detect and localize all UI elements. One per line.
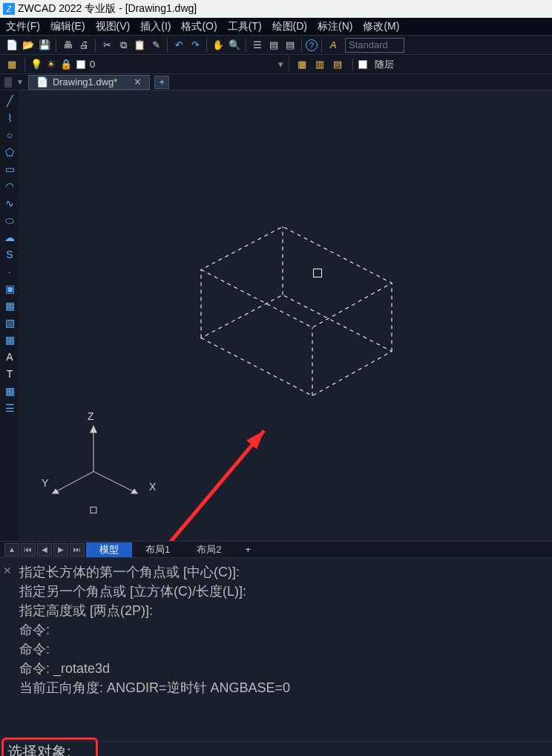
window-titlebar: Z ZWCAD 2022 专业版 - [Drawing1.dwg] — [0, 0, 552, 18]
menu-tools[interactable]: 工具(T) — [228, 20, 262, 33]
document-tab[interactable]: 📄 Drawing1.dwg* ✕ — [28, 75, 150, 90]
cloud-tool-icon[interactable]: ☁ — [2, 230, 17, 245]
layerstate2-icon[interactable]: ▥ — [312, 57, 327, 72]
drawing-canvas[interactable]: X Y Z — [19, 91, 552, 541]
open-icon[interactable]: 📂 — [21, 38, 36, 53]
rect-tool-icon[interactable]: ▭ — [2, 162, 17, 177]
region-tool-icon[interactable]: ▧ — [2, 315, 17, 330]
sun-icon: ☀ — [47, 59, 56, 70]
text-tool-icon[interactable]: A — [2, 349, 17, 364]
menu-dimension[interactable]: 标注(N) — [318, 20, 352, 33]
toolbar-draw: ╱ ⌇ ○ ⬠ ▭ ◠ ∿ ⬭ ☁ S · ▣ ▦ ▧ ▦ A T ▦ ☰ — [0, 91, 19, 541]
grid-tool-icon[interactable]: ▦ — [2, 384, 17, 398]
ellipse-tool-icon[interactable]: ⬭ — [2, 213, 17, 228]
point-tool-icon[interactable]: · — [2, 264, 17, 279]
curve-tool-icon[interactable]: S — [2, 247, 17, 262]
command-prompt: 选择对象: — [7, 742, 71, 756]
copy-icon[interactable]: ⧉ — [116, 38, 131, 53]
block-tool-icon[interactable]: ▣ — [2, 281, 17, 296]
command-history-panel: ✕ 指定长方体的第一个角点或 [中心(C)]: 指定另一个角点或 [立方体(C)… — [0, 557, 552, 741]
more-tool-icon[interactable]: ☰ — [2, 401, 17, 415]
menu-view[interactable]: 视图(V) — [96, 20, 131, 33]
sheet-tab-layout2[interactable]: 布局2 — [183, 542, 234, 557]
sheet-tab-add[interactable]: + — [234, 542, 261, 557]
layers2-icon[interactable]: ▤ — [283, 38, 298, 53]
hatch-tool-icon[interactable]: ▦ — [2, 298, 17, 313]
workarea: ╱ ⌇ ○ ⬠ ▭ ◠ ∿ ⬭ ☁ S · ▣ ▦ ▧ ▦ A T ▦ ☰ — [0, 91, 552, 541]
match-icon[interactable]: ✎ — [148, 38, 163, 53]
app-logo-icon: Z — [3, 3, 15, 15]
circle-tool-icon[interactable]: ○ — [2, 128, 17, 142]
bulb-icon: 💡 — [30, 59, 42, 70]
props-icon[interactable]: ☰ — [250, 38, 265, 53]
redo-icon[interactable]: ↷ — [188, 38, 203, 53]
new-document-button[interactable]: + — [154, 76, 169, 89]
tabs-prev-icon[interactable]: ◀ — [37, 543, 52, 556]
save-icon[interactable]: 💾 — [37, 38, 52, 53]
svg-rect-12 — [91, 507, 96, 513]
separator — [301, 39, 302, 52]
svg-marker-0 — [201, 295, 392, 396]
tabs-collapse-icon[interactable]: ▲ — [4, 543, 19, 556]
menu-modify[interactable]: 修改(M) — [363, 20, 399, 33]
paste-icon[interactable]: 📋 — [132, 38, 147, 53]
dimstyle-dropdown[interactable]: Standard — [345, 38, 404, 53]
separator — [289, 58, 289, 71]
print-icon[interactable]: 🖶 — [60, 38, 75, 53]
toolbar-layers: ▦ 💡 ☀ 🔒 0 ▾ ▦ ▥ ▤ 随层 — [0, 55, 552, 74]
menu-file[interactable]: 文件(F) — [6, 20, 40, 33]
help-icon[interactable]: ? — [306, 39, 318, 51]
arc-tool-icon[interactable]: ◠ — [2, 179, 17, 194]
menu-draw[interactable]: 绘图(D) — [272, 20, 307, 33]
dimstyle-icon[interactable]: A — [326, 38, 341, 53]
cmd-history-line: 命令: — [19, 620, 546, 640]
sheet-tab-model[interactable]: 模型 — [86, 542, 132, 557]
polygon-tool-icon[interactable]: ⬠ — [2, 145, 17, 160]
svg-marker-11 — [90, 426, 97, 433]
pickbox-cursor — [313, 269, 322, 277]
layout-tabbar: ▲ ⏮ ◀ ▶ ⏭ 模型 布局1 布局2 + — [0, 541, 552, 557]
bylayer-dropdown[interactable]: 随层 — [375, 58, 394, 71]
tabs-last-icon[interactable]: ⏭ — [70, 543, 85, 556]
layer-manager-icon[interactable]: ▦ — [4, 57, 19, 72]
cut-icon[interactable]: ✂ — [99, 38, 114, 53]
menu-format[interactable]: 格式(O) — [181, 20, 217, 33]
svg-line-6 — [93, 472, 138, 494]
tabs-first-icon[interactable]: ⏮ — [21, 543, 36, 556]
pline-tool-icon[interactable]: ⌇ — [2, 111, 17, 125]
tab-dropdown-icon[interactable]: ▼ — [16, 78, 24, 86]
svg-marker-9 — [52, 489, 59, 494]
new-icon[interactable]: 📄 — [4, 38, 19, 53]
viewport-svg: X Y Z — [19, 91, 552, 541]
command-input[interactable]: 选择对象: — [0, 741, 552, 756]
svg-line-13 — [117, 431, 264, 542]
close-cmdpanel-icon[interactable]: ✕ — [3, 561, 12, 580]
layerstate1-icon[interactable]: ▦ — [295, 57, 309, 72]
layerstate3-icon[interactable]: ▤ — [330, 57, 345, 72]
pan-icon[interactable]: ✋ — [211, 38, 226, 53]
menu-edit[interactable]: 编辑(E) — [50, 20, 85, 33]
plot-icon[interactable]: 🖨 — [76, 38, 91, 53]
layer-dropdown[interactable]: 💡 ☀ 🔒 0 — [30, 59, 275, 70]
separator — [56, 39, 56, 52]
mtext-tool-icon[interactable]: T — [2, 367, 17, 381]
separator — [321, 39, 322, 52]
menu-insert[interactable]: 插入(I) — [140, 20, 171, 33]
menubar: 文件(F) 编辑(E) 视图(V) 插入(I) 格式(O) 工具(T) 绘图(D… — [0, 18, 552, 36]
line-tool-icon[interactable]: ╱ — [2, 93, 17, 108]
table-tool-icon[interactable]: ▦ — [2, 332, 17, 347]
spline-tool-icon[interactable]: ∿ — [2, 196, 17, 211]
tab-handle[interactable] — [4, 77, 12, 88]
tabs-next-icon[interactable]: ▶ — [53, 543, 68, 556]
color-swatch[interactable] — [358, 60, 367, 69]
undo-icon[interactable]: ↶ — [171, 38, 186, 53]
svg-marker-1 — [201, 227, 392, 328]
window-title: ZWCAD 2022 专业版 - [Drawing1.dwg] — [18, 2, 197, 16]
close-tab-icon[interactable]: ✕ — [134, 76, 142, 88]
document-tab-label: Drawing1.dwg* — [53, 76, 117, 88]
zoom-icon[interactable]: 🔍 — [227, 38, 242, 53]
sheet-tab-layout1[interactable]: 布局1 — [132, 542, 183, 557]
layers-icon[interactable]: ▤ — [266, 38, 281, 53]
axis-z-label: Z — [88, 410, 94, 422]
layer-name: 0 — [90, 59, 95, 70]
